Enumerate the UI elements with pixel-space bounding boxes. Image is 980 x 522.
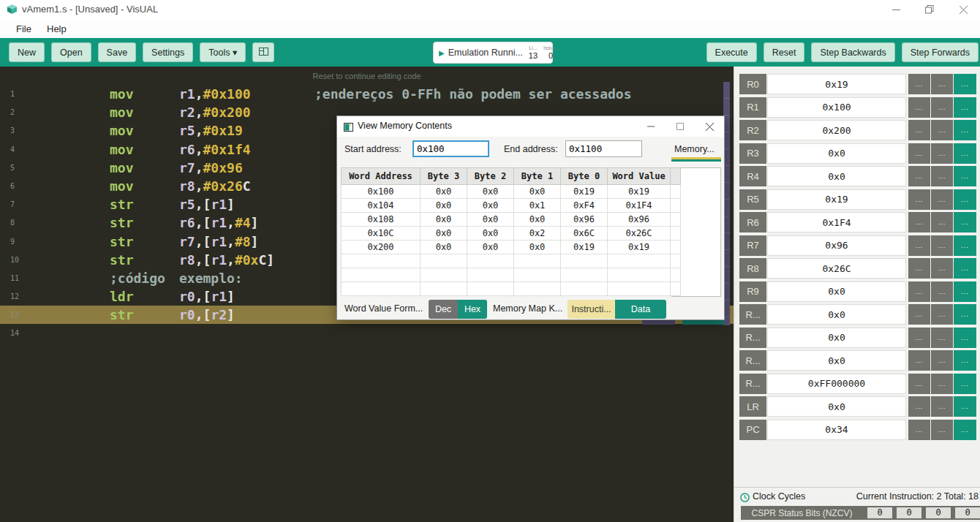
register-option-button[interactable]: ... <box>954 235 976 256</box>
toolbar-button-step-backwards[interactable]: Step Backwards <box>811 42 894 62</box>
register-option-button[interactable]: ... <box>931 212 953 232</box>
minimize-icon[interactable] <box>879 0 913 19</box>
register-option-button[interactable]: ... <box>954 189 976 210</box>
register-option-button[interactable]: ... <box>954 281 976 302</box>
register-option-button[interactable]: ... <box>954 328 976 348</box>
register-value-field[interactable]: 0x200 <box>767 120 906 140</box>
register-value-field[interactable]: 0x96 <box>767 235 906 256</box>
register-option-button[interactable]: ... <box>908 120 930 140</box>
token-pun: ,[ <box>195 197 211 212</box>
register-option-button[interactable]: ... <box>931 258 953 279</box>
hex-toggle-button[interactable]: Hex <box>458 300 487 319</box>
operands-column: r0,[r1] <box>179 287 235 306</box>
register-option-button[interactable]: ... <box>954 166 976 186</box>
register-option-button[interactable]: ... <box>908 281 930 302</box>
code-line-14[interactable]: 14 <box>0 324 734 342</box>
register-option-button[interactable]: ... <box>954 374 976 394</box>
start-address-input[interactable] <box>412 140 489 157</box>
register-option-button[interactable]: ... <box>931 143 953 164</box>
register-buttons: ......... <box>908 420 976 440</box>
register-option-button[interactable]: ... <box>908 166 930 186</box>
register-option-button[interactable]: ... <box>908 258 930 279</box>
register-option-button[interactable]: ... <box>931 120 953 140</box>
layout-button[interactable] <box>252 42 274 62</box>
register-option-button[interactable]: ... <box>954 396 976 417</box>
register-option-button[interactable]: ... <box>931 374 953 394</box>
menu-help[interactable]: Help <box>42 22 71 36</box>
menu-file[interactable]: File <box>12 22 36 36</box>
dialog-maximize-icon[interactable] <box>666 116 695 137</box>
register-option-button[interactable]: ... <box>954 304 976 325</box>
register-value-field[interactable]: 0x0 <box>767 350 906 371</box>
register-option-button[interactable]: ... <box>908 396 930 417</box>
register-value-field[interactable]: 0x0 <box>767 328 906 348</box>
register-value-field[interactable]: 0x0 <box>767 304 906 325</box>
tab-memory[interactable]: Memory... <box>671 142 721 162</box>
memory-cell: 0xF4 <box>561 199 608 213</box>
register-option-button[interactable]: ... <box>908 350 930 371</box>
register-option-button[interactable]: ... <box>954 212 976 232</box>
toolbar-button-execute[interactable]: Execute <box>706 42 757 62</box>
toolbar-button-save[interactable]: Save <box>98 42 137 62</box>
register-option-button[interactable]: ... <box>954 420 976 440</box>
register-option-button[interactable]: ... <box>931 189 953 210</box>
register-value-field[interactable]: 0x0 <box>767 281 906 302</box>
register-option-button[interactable]: ... <box>908 212 930 232</box>
register-option-button[interactable]: ... <box>908 304 930 325</box>
register-value-field[interactable]: 0x0 <box>767 396 906 417</box>
register-value-field[interactable]: 0x34 <box>767 420 906 440</box>
register-option-button[interactable]: ... <box>954 120 976 140</box>
toolbar-button-new[interactable]: New <box>9 42 45 62</box>
register-option-button[interactable]: ... <box>954 74 976 94</box>
register-option-button[interactable]: ... <box>908 143 930 164</box>
register-option-button[interactable]: ... <box>954 143 976 164</box>
register-option-button[interactable]: ... <box>908 189 930 210</box>
emulation-status-button[interactable]: ▶ Emulation Runni... Li... 13 Issu... 0 <box>433 42 553 64</box>
register-option-button[interactable]: ... <box>908 374 930 394</box>
register-option-button[interactable]: ... <box>908 97 930 118</box>
register-option-button[interactable]: ... <box>931 420 953 440</box>
register-value-field[interactable]: 0x100 <box>767 97 906 118</box>
register-option-button[interactable]: ... <box>931 97 953 118</box>
register-option-button[interactable]: ... <box>954 258 976 279</box>
register-option-button[interactable]: ... <box>908 328 930 348</box>
register-value-field[interactable]: 0x0 <box>767 143 906 164</box>
close-icon[interactable] <box>946 0 980 19</box>
toolbar-button-tools[interactable]: Tools ▾ <box>200 42 246 62</box>
register-value-field[interactable]: 0x0 <box>767 166 906 186</box>
toolbar-button-reset[interactable]: Reset <box>764 42 805 62</box>
register-option-button[interactable]: ... <box>931 328 953 348</box>
code-line-1[interactable]: 1movr1,#0x100;endereços 0-FFh não podem … <box>0 85 734 103</box>
register-option-button[interactable]: ... <box>931 304 953 325</box>
register-option-button[interactable]: ... <box>931 350 953 371</box>
register-value-field[interactable]: 0x19 <box>767 189 906 210</box>
dec-toggle-button[interactable]: Dec <box>429 300 458 319</box>
token-op: ldr <box>110 289 134 304</box>
register-value-field[interactable]: 0xFF000000 <box>767 374 906 394</box>
register-value-field[interactable]: 0x1F4 <box>767 212 906 232</box>
register-option-button[interactable]: ... <box>954 350 976 371</box>
register-value-field[interactable]: 0x26C <box>767 258 906 279</box>
instructions-key-button[interactable]: Instructi... <box>568 300 615 319</box>
toolbar-button-open[interactable]: Open <box>51 42 91 62</box>
register-option-button[interactable]: ... <box>908 74 930 94</box>
register-option-button[interactable]: ... <box>954 97 976 118</box>
register-option-button[interactable]: ... <box>931 166 953 186</box>
restore-icon[interactable] <box>913 0 946 19</box>
toolbar-button-step-forwards[interactable]: Step Forwards <box>902 42 979 62</box>
data-key-button[interactable]: Data <box>615 300 666 319</box>
dialog-close-icon[interactable] <box>695 116 724 137</box>
end-address-input[interactable] <box>565 140 642 157</box>
register-option-button[interactable]: ... <box>931 74 953 94</box>
register-option-button[interactable]: ... <box>908 420 930 440</box>
register-option-button[interactable]: ... <box>908 235 930 256</box>
dialog-minimize-icon[interactable] <box>636 116 666 137</box>
register-option-button[interactable]: ... <box>931 396 953 417</box>
memory-cell-empty <box>608 282 671 296</box>
register-option-button[interactable]: ... <box>931 281 953 302</box>
line-number: 11 <box>10 269 28 287</box>
register-option-button[interactable]: ... <box>931 235 953 256</box>
register-value-field[interactable]: 0x19 <box>767 74 906 94</box>
register-buttons: ......... <box>908 328 976 348</box>
toolbar-button-settings[interactable]: Settings <box>143 42 193 62</box>
